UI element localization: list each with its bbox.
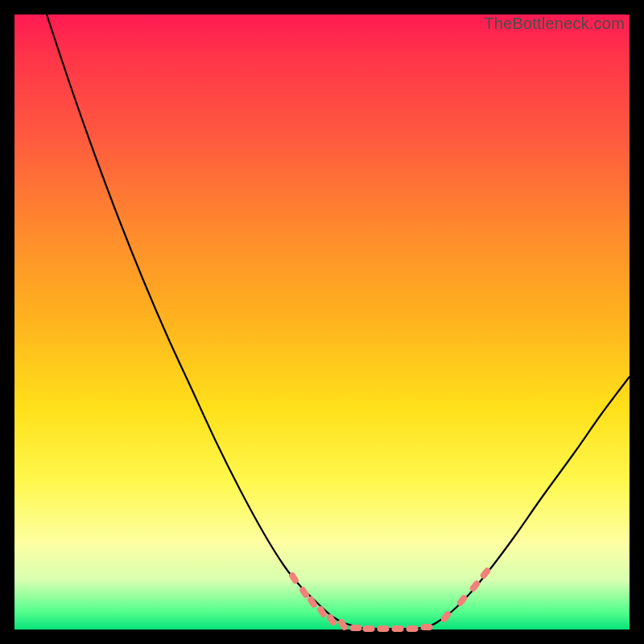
bottleneck-curve-chart — [14, 14, 630, 630]
curve-markers — [288, 567, 492, 632]
curve-marker — [378, 625, 390, 632]
curve-marker — [392, 625, 404, 632]
curve-marker — [350, 625, 362, 631]
curve-path — [47, 14, 630, 629]
chart-frame: TheBottleneck.com — [14, 14, 630, 630]
curve-marker — [299, 586, 311, 600]
curve-marker — [407, 625, 419, 632]
curve-marker — [421, 624, 433, 630]
curve-marker — [363, 625, 375, 632]
